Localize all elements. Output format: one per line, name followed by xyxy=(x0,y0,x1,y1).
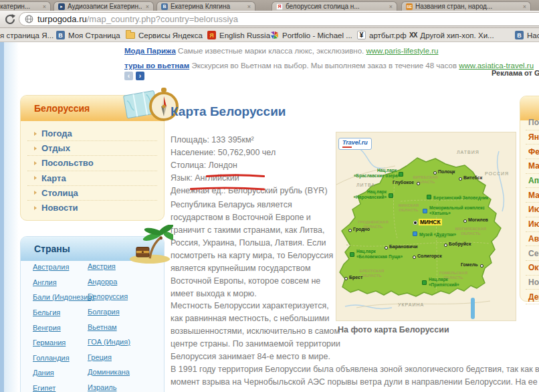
bookmark-item[interactable]: ЯEnglish Russia xyxy=(207,30,270,40)
country-menu-list: Погода Отдых Посольство Карта Столица Но… xyxy=(27,126,157,215)
poi-line: Нац.парк xyxy=(354,168,397,173)
bookmark-item[interactable]: ВНастя xyxy=(515,30,539,40)
bookmark-item[interactable]: Portfolio - Michael ... xyxy=(270,30,352,40)
month-link[interactable]: Август xyxy=(526,232,539,247)
sidebar-item-label: Новости xyxy=(41,203,78,213)
country-link[interactable]: Белоруссия xyxy=(88,292,128,300)
country-link[interactable]: Австралия xyxy=(33,263,69,271)
countries-list: АвстралияАвстрия АнглияАндорра Бали (Инд… xyxy=(33,259,160,392)
month-link[interactable]: Апрель xyxy=(526,174,539,189)
fact-area: Площадь: 133 395км² xyxy=(171,134,328,146)
bookmark-item[interactable]: Сервисы Яндекса xyxy=(126,30,203,40)
country-link[interactable]: Австрия xyxy=(88,262,116,270)
country-link[interactable]: Египет xyxy=(33,384,56,392)
ad-url[interactable]: www.paris-lifestyle.ru xyxy=(366,47,438,55)
bookmark-label: Сервисы Яндекса xyxy=(138,31,203,39)
sidebar-item-label: Посольство xyxy=(41,158,94,168)
browser-tab[interactable]: Я белоруссия столица н... × xyxy=(272,1,397,11)
month-link[interactable]: Сентябрь xyxy=(526,246,539,261)
city-label: Могилев xyxy=(468,217,488,222)
ad-link[interactable]: туры во вьетнам xyxy=(124,62,189,70)
month-link[interactable]: Март xyxy=(526,159,539,174)
country-link[interactable]: Германия xyxy=(33,338,66,347)
tab-close-icon[interactable]: × xyxy=(523,3,526,10)
month-link[interactable]: Погода xyxy=(526,116,539,130)
tab-strip: В записи Екатерин... × ► Аудиозаписи Ека… xyxy=(0,0,539,11)
museum-icon xyxy=(423,209,427,213)
tab-title: Аудиозаписи Екатерин... xyxy=(68,3,142,10)
country-link[interactable]: Андорра xyxy=(88,278,117,286)
tab-close-icon[interactable]: × xyxy=(43,3,46,10)
month-link[interactable]: Январь xyxy=(526,130,539,145)
ad-next-button[interactable]: › xyxy=(136,72,144,80)
month-link[interactable]: Май xyxy=(526,188,539,203)
map-neighbor-label: ЛАТВИЯ xyxy=(457,150,479,155)
sidebar-item-otdyh[interactable]: Отдых xyxy=(27,141,157,156)
country-link[interactable]: Дания xyxy=(33,369,54,377)
bookmark-label: Другой хип-хоп. Хи... xyxy=(420,31,494,39)
sidebar-item-label: Столица xyxy=(41,188,78,198)
sidebar-item-novosti[interactable]: Новости xyxy=(27,201,157,215)
country-link[interactable]: ГОА (Индия) xyxy=(88,338,130,346)
poi-label: Нац.парк «Припятский» xyxy=(429,277,459,287)
country-link[interactable]: Доминикана xyxy=(88,368,130,376)
ad-link[interactable]: Мода Парижа xyxy=(124,47,176,55)
city-marker xyxy=(348,229,352,232)
countries-row: ДанияДоминикана xyxy=(33,365,160,380)
poi-label: Нац.парк «Беловежская Пуща» xyxy=(356,249,403,259)
city-marker xyxy=(480,264,483,268)
country-link[interactable]: Бельгия xyxy=(33,308,60,316)
browser-tab[interactable]: SE Названия стран, народ... × xyxy=(401,1,531,11)
red-underline-annotation xyxy=(190,181,265,193)
browser-tab[interactable]: В записи Екатерин... × xyxy=(0,1,51,11)
url-host: turpogoda.ru xyxy=(37,14,87,24)
poi-line: «Нарочанский» xyxy=(350,195,387,200)
sidebar-item-posolstvo[interactable]: Посольство xyxy=(27,156,157,171)
month-link[interactable]: Октябрь xyxy=(526,261,539,276)
browser-tab[interactable]: ► Аудиозаписи Екатерин... × xyxy=(53,1,154,11)
vk-icon: В xyxy=(161,3,168,10)
ad-text: Экскурсия во Вьетнам на выбор. Мы выполн… xyxy=(191,62,457,70)
reload-button[interactable] xyxy=(3,13,17,26)
poi-line: «Припятский» xyxy=(429,282,459,288)
month-link[interactable]: Июнь xyxy=(526,203,539,217)
belarus-map-image: Travel.ru ЛАТВИЯ ЛИТВА РОССИЯ УКРАИНА ВИ… xyxy=(336,132,516,321)
country-link[interactable]: Англия xyxy=(33,278,57,286)
tab-title: записи Екатерин... xyxy=(0,3,39,10)
country-link[interactable]: Греция xyxy=(88,353,112,361)
tab-title: белоруссия столица н... xyxy=(286,3,385,10)
country-link[interactable]: Израиль xyxy=(88,383,116,391)
bookmark-item[interactable]: я страница Я... xyxy=(0,30,53,40)
browser-tab[interactable]: В Екатерина Клягина × xyxy=(156,1,255,11)
sidebar-item-stolica[interactable]: Столица xyxy=(27,186,157,201)
months-box: Погода Январь Февраль Март Апрель Май Ию… xyxy=(520,96,539,302)
url-path: /map_country.php?country=belorussiya xyxy=(87,14,238,24)
sidebar-item-pogoda[interactable]: Погода xyxy=(27,126,157,141)
sidebar-item-label: Карта xyxy=(41,173,66,183)
ad-prev-button[interactable]: ‹ xyxy=(124,72,133,80)
month-link[interactable]: Ноябрь xyxy=(526,276,539,290)
bookmark-item[interactable]: ВМоя Страница xyxy=(56,30,120,40)
tab-close-icon[interactable]: × xyxy=(146,3,149,10)
month-link[interactable]: Февраль xyxy=(526,144,539,159)
country-link[interactable]: Бали (Индонезия) xyxy=(33,293,94,301)
bookmark-item[interactable]: ¥артбыт.рф xyxy=(357,30,407,40)
month-link[interactable]: Июль xyxy=(526,217,539,232)
sidebar-item-karta[interactable]: Карта xyxy=(27,171,157,186)
country-link[interactable]: Венгрия xyxy=(33,324,61,332)
ad-text: Самые известные марки класса люкс, экскл… xyxy=(178,47,364,55)
tab-close-icon[interactable]: × xyxy=(247,3,251,10)
tab-close-icon[interactable]: × xyxy=(389,3,393,10)
country-link[interactable]: Голландия xyxy=(33,354,70,362)
poi-label: Мемориальный комплекс «Хатынь» xyxy=(429,205,485,215)
bullet-icon xyxy=(34,206,37,210)
bookmark-item[interactable]: XXДругой хип-хоп. Хи... xyxy=(409,30,494,40)
month-link[interactable]: Декабрь xyxy=(526,290,539,304)
map-neighbor-label: РОССИЯ xyxy=(485,171,509,176)
address-bar[interactable]: turpogoda.ru/map_country.php?country=bel… xyxy=(19,12,539,26)
red-underline-annotation xyxy=(206,169,265,181)
country-link[interactable]: Вьетнам xyxy=(88,323,117,331)
country-link[interactable]: Болгария xyxy=(88,308,120,316)
page-title: Карта Белоруссии xyxy=(171,104,286,119)
city-marker xyxy=(344,277,348,280)
